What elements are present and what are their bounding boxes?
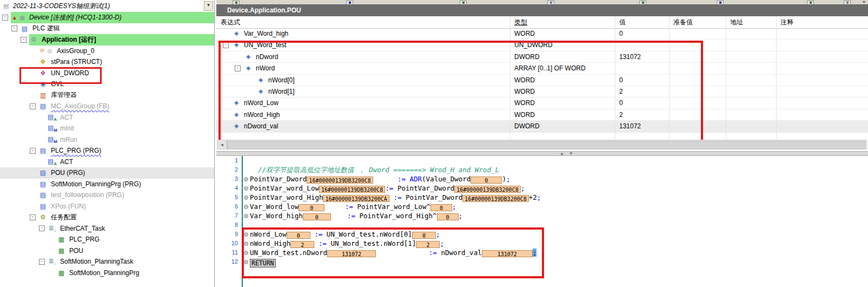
tree-item-application-运行[interactable]: -⚙Application [运行] (0, 34, 215, 45)
column-separator[interactable] (776, 16, 777, 139)
tree-item-plc-prg[interactable]: ▦PLC_PRG (0, 234, 215, 245)
column-header-表达式[interactable]: 表达式 (221, 18, 240, 27)
monitor-value-box[interactable]: 131072 (327, 250, 376, 257)
splitter-up-icon[interactable]: ▲ (560, 151, 564, 156)
tree-item-plc-逻辑[interactable]: -▤PLC 逻辑 (0, 23, 215, 35)
monitor-value-box[interactable]: 2 (290, 241, 314, 248)
monitor-value-box[interactable]: 16#00000139DB3200C8 (307, 177, 373, 184)
column-header-准备值[interactable]: 准备值 (673, 18, 693, 27)
tree-item-mc-axisgroup-fb[interactable]: -▤MC_AxisGroup (FB) (0, 101, 215, 112)
expander-icon[interactable]: - (235, 66, 241, 71)
column-separator[interactable] (615, 16, 615, 139)
pou-doc-icon: ▤ (38, 147, 48, 154)
monitor-value-box[interactable]: 0 (412, 232, 436, 239)
pane-splitter[interactable]: ▲ ▼ (216, 151, 868, 156)
column-separator[interactable] (669, 16, 670, 139)
tree-item-ethercat-task[interactable]: -≣↓EtherCAT_Task (0, 223, 215, 234)
code-editor[interactable]: 12 //双字节提取高低位字地址数值 ， Dword =======> Wrod… (216, 156, 868, 287)
tree-item-device-连接的-hcq1-1300-d[interactable]: -▲▦Device [连接的] (HCQ1-1300-D) (0, 12, 215, 23)
line-number: 6 (216, 202, 238, 211)
code-line-3[interactable]: 3PointVar_Dword16#00000139DB3200C8 := AD… (216, 174, 868, 184)
expander-icon[interactable]: - (39, 259, 45, 265)
monitor-value-box[interactable]: 0 (471, 177, 502, 184)
expander-icon[interactable]: - (223, 42, 229, 48)
expander-icon[interactable]: - (30, 148, 36, 154)
monitor-value-box[interactable]: 2 (416, 241, 440, 248)
variable-icon: ◈ (246, 53, 250, 60)
code-line-6[interactable]: 6Var_Word_low0 := PointVar_word_Low^0; (216, 202, 868, 211)
column-header-注释[interactable]: 注释 (780, 18, 793, 27)
tree-item-pou-prg[interactable]: ▤POU (PRG) (0, 167, 215, 179)
clipped-tab-icon (639, 1, 646, 4)
expander-icon[interactable]: - (30, 214, 36, 220)
tree-item-stpara-struct[interactable]: ❖stPara (STRUCT) (0, 56, 215, 68)
code-token: //双字节提取高低位字地址数值 ， Dword =======> Wrod_H … (250, 166, 499, 174)
code-line-12[interactable]: 12RETURN (216, 257, 868, 266)
code-line-9[interactable]: 9nWord_Low0 := UN_Word_test.nWord[0]0; (216, 230, 868, 239)
tree-item-axisgroup-0[interactable]: ⟳◎AxisGroup_0 (0, 45, 215, 57)
watch-row-nword-low[interactable]: ◈nWord_LowWORD0 (216, 97, 868, 109)
tree-item-xpos-fun[interactable]: ▤XPos (FUN) (0, 201, 215, 212)
code-text: PointVar_Dword16#00000139DB3200C8 := ADR… (250, 174, 510, 184)
code-line-7[interactable]: 7Var_Word_high0 := PointVar_word_High^0; (216, 211, 868, 220)
watch-row-un-word-test[interactable]: -◈UN_Word_testUN_DWORD (216, 40, 868, 51)
watch-row-nword-1[interactable]: ◈nWord[1]WORD2 (216, 86, 868, 97)
monitor-value-box[interactable]: 0 (430, 204, 452, 211)
tree-item-softmotion-planningtask[interactable]: -≣↓SoftMotion_PlanningTask (0, 256, 215, 268)
watch-row-nword-high[interactable]: ◈nWord_HighWORD2 (216, 109, 868, 121)
tree-item-act[interactable]: ▤AACT (0, 156, 215, 168)
watch-table-rows: ◈Var_Word_highWORD0-◈UN_Word_testUN_DWOR… (216, 28, 868, 133)
monitor-value-box[interactable]: 16#00000139DB3200C8 (454, 186, 520, 193)
column-separator[interactable] (510, 16, 511, 139)
monitor-value-box[interactable]: 0 (299, 204, 324, 211)
monitor-value-box[interactable]: 0 (287, 232, 310, 239)
monitor-value-box[interactable]: 131072 (482, 250, 533, 257)
horizontal-scrollbar[interactable]: ◂ (217, 140, 867, 149)
code-line-10[interactable]: 10nWord_High2 := UN_Word_test.nWord[1]2; (216, 239, 868, 248)
tree-item-gvl[interactable]: ◉GVL (0, 79, 215, 90)
expander-icon[interactable]: - (21, 37, 26, 43)
line-number: 4 (216, 184, 238, 193)
tree-item-任务配置[interactable]: -⚙任务配置 (0, 212, 215, 223)
watch-row-nword-0[interactable]: ◈nWord[0]WORD0 (216, 75, 868, 86)
tree-item-库管理器[interactable]: ▥库管理器 (0, 90, 215, 101)
column-separator[interactable] (726, 16, 726, 139)
tree-item-softmotion-planningprg[interactable]: ▦SoftMotion_PlanningPrg (0, 268, 215, 279)
devices-dropdown-button[interactable]: ▼ (204, 1, 213, 11)
column-header-类型[interactable]: 类型 (514, 18, 527, 27)
code-line-4[interactable]: 4PointVar_word_Low16#00000139DB3200C8:= … (216, 184, 868, 193)
expander-icon[interactable]: - (11, 25, 17, 31)
monitor-value-box[interactable]: 16#00000139DB3200C8 (462, 195, 528, 202)
monitor-value-box[interactable]: 16#00000139DB3200CA (323, 195, 389, 202)
watch-row-var-word-high[interactable]: ◈Var_Word_highWORD0 (216, 28, 868, 40)
monitor-value-box[interactable]: 0 (437, 213, 459, 220)
scrollbar-thumb[interactable] (227, 141, 865, 149)
tree-item-un-dword[interactable]: ❖UN_DWORD (0, 68, 215, 79)
tree-item-act[interactable]: ▤AACT (0, 112, 215, 123)
tab-overflow-caret-icon[interactable]: ▼ (862, 0, 866, 4)
code-line-5[interactable]: 5PointVar_word_High16#00000139DB3200CA :… (216, 193, 868, 202)
expander-icon[interactable]: - (30, 103, 36, 109)
watch-row-ndword[interactable]: ◈nDwordDWORD131072 (216, 51, 868, 63)
code-line-2[interactable]: 2 //双字节提取高低位字地址数值 ， Dword =======> Wrod_… (216, 165, 868, 174)
monitor-value-box[interactable]: 16#00000139DB3200C8 (319, 186, 385, 193)
tree-item-minit[interactable]: ▤MmInit (0, 123, 215, 134)
expander-icon[interactable]: - (39, 225, 45, 231)
code-line-8[interactable]: 8 (216, 220, 868, 230)
code-line-1[interactable]: 1 (216, 156, 868, 165)
column-header-地址[interactable]: 地址 (730, 18, 743, 27)
watch-row-ndword-val[interactable]: ◈nDword_valDWORD131072 (216, 121, 868, 132)
tree-item-pou[interactable]: ▦POU (0, 245, 215, 257)
column-header-值[interactable]: 值 (619, 18, 626, 27)
monitor-value-box[interactable]: 0 (303, 213, 331, 220)
tree-item-mrun[interactable]: ▤MmRun (0, 134, 215, 146)
tree-item-test-followposition-prg[interactable]: ▤test_followposition (PRG) (0, 190, 215, 201)
scroll-left-arrow-icon[interactable]: ◂ (217, 140, 227, 149)
splitter-down-icon[interactable]: ▼ (569, 151, 573, 156)
expander-icon[interactable]: - (2, 15, 8, 21)
watch-row-nword[interactable]: -◈nWordARRAY [0..1] OF WORD (216, 63, 868, 74)
tree-item-softmotion-planningprg-prg[interactable]: ▤SoftMotion_PlanningPrg (PRG) (0, 179, 215, 190)
tree-item-plc-prg-prg[interactable]: -▤PLC_PRG (PRG) (0, 145, 215, 156)
code-line-11[interactable]: 11UN_Word_test.nDword131072 := nDword_va… (216, 248, 868, 257)
project-row[interactable]: ▤ 2022-11-3-CODESYS轴组测试(1) ▼ (0, 1, 215, 11)
